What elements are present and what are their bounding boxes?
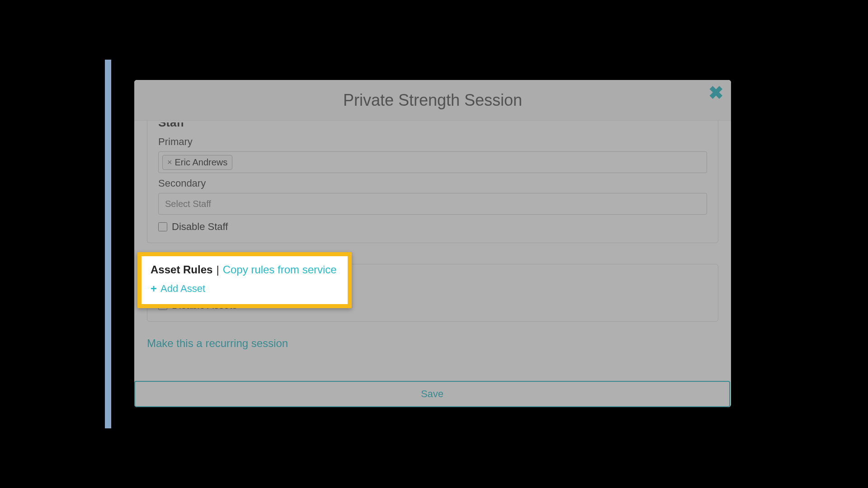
highlight-title: Asset Rules (151, 263, 212, 276)
secondary-placeholder: Select Staff (162, 199, 211, 209)
modal-title: Private Strength Session (343, 91, 522, 110)
close-icon[interactable]: ✖ (708, 84, 724, 102)
recurring-session-link[interactable]: Make this a recurring session (147, 337, 288, 350)
disable-staff-checkbox[interactable] (158, 222, 167, 231)
remove-tag-icon[interactable]: × (167, 158, 172, 167)
primary-staff-tag[interactable]: × Eric Andrews (162, 155, 232, 170)
save-button[interactable]: Save (134, 381, 730, 407)
secondary-label: Secondary (158, 178, 707, 189)
highlight-add-asset[interactable]: + Add Asset (151, 282, 205, 295)
staff-section-title: Staff (158, 122, 707, 131)
stage: Private Strength Session ✖ Staff Primary… (105, 60, 763, 428)
highlight-separator: | (216, 263, 219, 276)
primary-label: Primary (158, 136, 707, 148)
highlight-copy-link[interactable]: Copy rules from service (223, 263, 337, 276)
highlight-callout: Asset Rules | Copy rules from service + … (137, 252, 352, 308)
staff-panel: Staff Primary × Eric Andrews Secondary S… (147, 121, 718, 243)
session-modal: Private Strength Session ✖ Staff Primary… (134, 80, 731, 407)
modal-header: Private Strength Session ✖ (134, 80, 731, 121)
plus-icon: + (151, 282, 157, 295)
disable-staff-row[interactable]: Disable Staff (158, 221, 707, 233)
disable-staff-label: Disable Staff (172, 221, 228, 233)
highlight-add-label: Add Asset (160, 283, 205, 295)
primary-staff-input[interactable]: × Eric Andrews (158, 151, 707, 173)
secondary-staff-input[interactable]: Select Staff (158, 193, 707, 215)
primary-staff-name: Eric Andrews (175, 157, 228, 168)
